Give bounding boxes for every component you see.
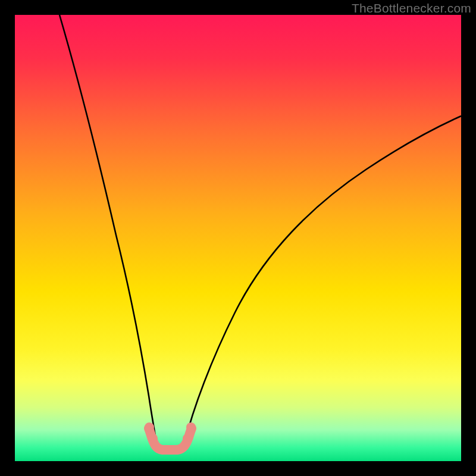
marker-left-lower [148, 434, 158, 443]
chart-frame: TheBottlenecker.com [0, 0, 476, 476]
marker-left-upper [145, 422, 154, 432]
marker-right-upper [186, 422, 196, 432]
watermark-text: TheBottlenecker.com [352, 1, 471, 15]
curve-left-branch [60, 15, 156, 443]
curve-right-branch [184, 116, 461, 443]
curve-layer [15, 15, 461, 461]
plot-area [15, 15, 461, 461]
marker-right-lower [183, 434, 192, 443]
